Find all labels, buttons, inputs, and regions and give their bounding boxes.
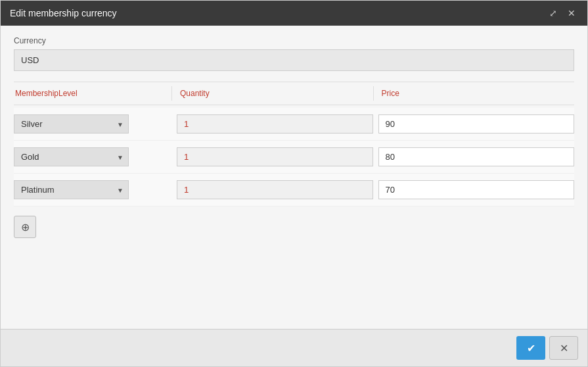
row-platinum: Silver Gold Platinum ▼: [14, 174, 574, 207]
edit-membership-currency-dialog: Edit membership currency ⤢ ✕ Currency US…: [0, 0, 588, 367]
level-select-wrapper-1: Silver Gold Platinum ▼: [14, 114, 129, 134]
cancel-icon: ✕: [560, 342, 568, 355]
col-price: Price: [373, 86, 575, 101]
add-icon: ⊕: [21, 221, 30, 233]
col-quantity: Quantity: [171, 86, 373, 101]
quantity-input-1[interactable]: [177, 114, 373, 134]
dialog-footer: ✔ ✕: [1, 329, 587, 366]
level-select-3[interactable]: Silver Gold Platinum: [14, 180, 129, 199]
col-membership-level: MembershipLevel: [14, 86, 171, 101]
currency-label: Currency: [14, 36, 574, 45]
price-input-3[interactable]: [378, 180, 575, 199]
confirm-icon: ✔: [527, 342, 535, 355]
dialog-title: Edit membership currency: [10, 8, 117, 18]
quantity-input-2[interactable]: [177, 147, 373, 166]
maximize-button[interactable]: ⤢: [547, 7, 560, 19]
level-select-2[interactable]: Silver Gold Platinum: [14, 147, 129, 166]
add-button-row: ⊕: [14, 207, 574, 243]
level-select-wrapper-3: Silver Gold Platinum ▼: [14, 180, 129, 199]
row-silver: Silver Gold Platinum ▼: [14, 108, 574, 141]
row-gold: Silver Gold Platinum ▼: [14, 141, 574, 174]
currency-value: USD: [14, 49, 574, 71]
quantity-input-3[interactable]: [177, 180, 373, 199]
cancel-button[interactable]: ✕: [549, 336, 578, 360]
confirm-button[interactable]: ✔: [516, 336, 545, 360]
price-input-1[interactable]: [378, 114, 575, 134]
table-header: MembershipLevel Quantity Price: [14, 82, 574, 105]
add-row-button[interactable]: ⊕: [14, 216, 36, 238]
dialog-header: Edit membership currency ⤢ ✕: [1, 1, 587, 26]
level-select-1[interactable]: Silver Gold Platinum: [14, 114, 129, 134]
close-button[interactable]: ✕: [565, 7, 578, 19]
dialog-body: Currency USD MembershipLevel Quantity Pr…: [1, 26, 587, 329]
header-actions: ⤢ ✕: [547, 7, 578, 19]
level-select-wrapper-2: Silver Gold Platinum ▼: [14, 147, 129, 166]
price-input-2[interactable]: [378, 147, 575, 166]
